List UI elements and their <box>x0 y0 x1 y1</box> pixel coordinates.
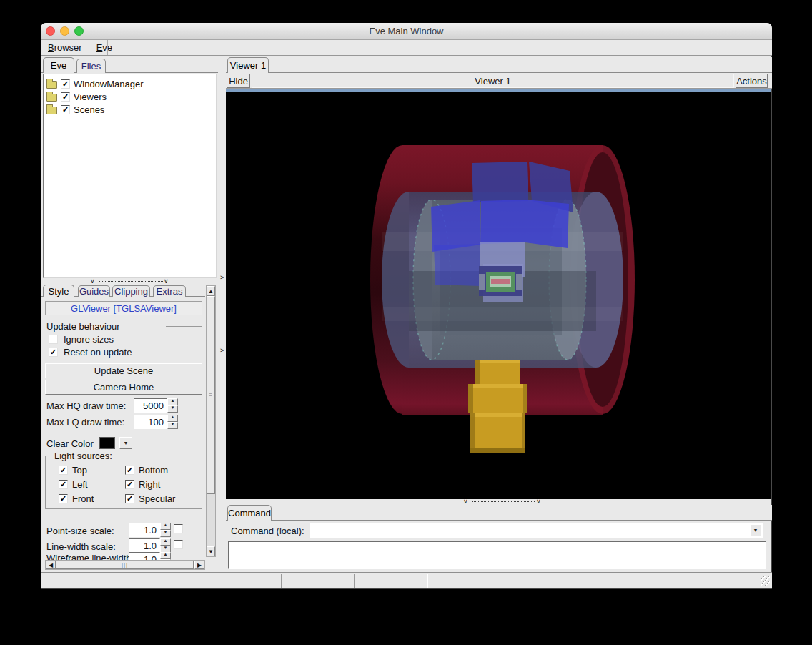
splitter-arrow-icon[interactable]: ∨ <box>90 278 95 285</box>
style-vscrollbar[interactable]: ▲ ≡ ▼ <box>206 285 216 557</box>
scroll-left-icon[interactable]: ◀ <box>46 561 56 569</box>
dropdown-icon: ▼ <box>124 440 129 445</box>
max-hq-label: Max HQ draw time: <box>46 400 126 411</box>
tree-item-label: WindowManager <box>74 79 144 89</box>
tree-checkbox[interactable]: ✓ <box>61 92 70 102</box>
clear-color-dropdown[interactable]: ▼ <box>119 437 132 449</box>
splitter-arrow-icon[interactable]: > <box>220 348 224 354</box>
light-bottom-checkbox[interactable]: ✓ <box>125 466 134 475</box>
status-bar <box>41 572 772 588</box>
reset-on-update-checkbox[interactable]: ✓ <box>49 348 58 357</box>
wireframe-row-clipped: Wireframe line-width 1.0 ▲ ▼ <box>41 552 205 560</box>
folder-icon <box>46 94 57 102</box>
resize-grip[interactable] <box>761 576 770 586</box>
tab-style[interactable]: Style <box>43 285 74 297</box>
title-bar[interactable]: Eve Main Window <box>41 23 772 40</box>
splitter-arrow-icon[interactable]: > <box>220 275 224 281</box>
spin-up-icon[interactable]: ▲ <box>160 552 171 559</box>
command-combobox[interactable]: ▼ <box>310 523 763 538</box>
light-sources-group <box>45 456 202 509</box>
menu-bar: Browser Eve <box>41 40 772 56</box>
menu-browser[interactable]: Browser <box>41 40 89 55</box>
point-size-checkbox[interactable]: ✓ <box>174 524 183 533</box>
hscroll-thumb[interactable]: ||| <box>56 561 194 569</box>
tree-item-scenes[interactable]: ✓ Scenes <box>44 103 216 116</box>
light-specular-checkbox[interactable]: ✓ <box>125 494 134 503</box>
spin-down-icon[interactable]: ▼ <box>167 422 178 429</box>
max-hq-stepper[interactable]: ▲ ▼ <box>167 398 178 413</box>
browser-tab-bar: Eve Files <box>41 57 218 73</box>
eve-tree-panel[interactable]: ✓ WindowManager ✓ Viewers ✓ Scenes <box>43 74 217 278</box>
main-vertical-splitter[interactable]: > > <box>218 57 226 572</box>
minimize-window-icon[interactable] <box>60 26 69 36</box>
gl-viewport[interactable] <box>226 92 771 499</box>
glviewer-title-button[interactable]: GLViewer [TGLSAViewer] <box>45 301 202 315</box>
line-width-stepper[interactable]: ▲ ▼ <box>160 538 171 553</box>
line-width-label: Line-width scale: <box>46 541 116 552</box>
splitter-arrow-icon[interactable]: ∨ <box>164 278 169 285</box>
point-size-label: Point-size scale: <box>46 526 114 536</box>
window-title: Eve Main Window <box>369 26 443 36</box>
scroll-right-icon[interactable]: ▶ <box>194 561 204 569</box>
scroll-up-icon[interactable]: ▲ <box>207 286 215 296</box>
menu-eve[interactable]: Eve <box>89 40 119 55</box>
splitter-arrow-icon[interactable]: ∨ <box>536 498 541 505</box>
light-left-checkbox[interactable]: ✓ <box>59 480 68 489</box>
command-dropdown-button[interactable]: ▼ <box>750 524 761 536</box>
close-window-icon[interactable] <box>46 26 55 36</box>
ignore-sizes-checkbox[interactable]: ✓ <box>49 335 58 344</box>
zoom-window-icon[interactable] <box>74 26 84 36</box>
light-top-checkbox[interactable]: ✓ <box>59 466 68 475</box>
style-hscrollbar[interactable]: ◀ ||| ▶ <box>45 560 205 570</box>
light-right-checkbox[interactable]: ✓ <box>125 480 134 489</box>
spin-up-icon[interactable]: ▲ <box>160 538 171 546</box>
actions-button[interactable]: Actions <box>736 74 768 88</box>
max-lq-input[interactable]: 100 <box>134 415 167 429</box>
command-output[interactable] <box>228 541 766 569</box>
tree-item-label: Scenes <box>74 104 104 115</box>
folder-icon <box>46 107 57 114</box>
line-width-checkbox[interactable]: ✓ <box>174 540 183 549</box>
command-input[interactable] <box>310 523 748 537</box>
max-hq-input[interactable]: 5000 <box>134 398 167 413</box>
light-front-label: Front <box>72 493 94 504</box>
wireframe-input[interactable]: 1.0 <box>129 552 160 560</box>
tab-files[interactable]: Files <box>76 59 106 73</box>
light-front-checkbox[interactable]: ✓ <box>59 494 68 503</box>
tree-style-splitter[interactable]: ∨ ∨ <box>41 278 218 285</box>
spin-up-icon[interactable]: ▲ <box>167 415 178 422</box>
point-size-stepper[interactable]: ▲ ▼ <box>160 523 171 537</box>
tab-command[interactable]: Command <box>227 505 272 521</box>
wireframe-stepper[interactable]: ▲ ▼ <box>160 552 171 560</box>
tree-checkbox[interactable]: ✓ <box>61 105 70 114</box>
detector-scene <box>226 92 771 499</box>
point-size-input[interactable]: 1.0 <box>129 523 160 537</box>
tab-eve[interactable]: Eve <box>43 57 74 73</box>
tree-checkbox[interactable]: ✓ <box>61 79 70 89</box>
spin-up-icon[interactable]: ▲ <box>167 398 178 405</box>
grip-icon: ≡ <box>209 392 213 398</box>
light-top-label: Top <box>72 465 87 476</box>
spin-up-icon[interactable]: ▲ <box>160 523 171 530</box>
tab-clipping[interactable]: Clipping <box>112 285 150 297</box>
hide-button[interactable]: Hide <box>227 74 250 88</box>
tab-extras[interactable]: Extras <box>153 285 186 297</box>
tab-viewer-1[interactable]: Viewer 1 <box>227 57 269 73</box>
clear-color-swatch[interactable] <box>99 437 115 449</box>
spin-down-icon[interactable]: ▼ <box>167 405 178 413</box>
folder-icon <box>46 81 57 89</box>
tree-item-label: Viewers <box>74 92 107 102</box>
max-lq-stepper[interactable]: ▲ ▼ <box>167 415 178 429</box>
camera-home-button[interactable]: Camera Home <box>45 380 202 395</box>
command-local-label: Command (local): <box>231 526 304 536</box>
tree-item-windowmanager[interactable]: ✓ WindowManager <box>44 77 216 90</box>
vscroll-thumb[interactable]: ≡ <box>207 296 215 494</box>
splitter-arrow-icon[interactable]: ∨ <box>463 498 468 505</box>
line-width-input[interactable]: 1.0 <box>129 538 160 553</box>
tree-item-viewers[interactable]: ✓ Viewers <box>44 90 216 103</box>
tab-guides[interactable]: Guides <box>78 285 110 297</box>
viewer-command-splitter[interactable]: ∨ ∨ <box>226 499 772 505</box>
spin-down-icon[interactable]: ▼ <box>160 530 171 537</box>
scroll-down-icon[interactable]: ▼ <box>207 546 215 556</box>
update-scene-button[interactable]: Update Scene <box>45 363 202 378</box>
